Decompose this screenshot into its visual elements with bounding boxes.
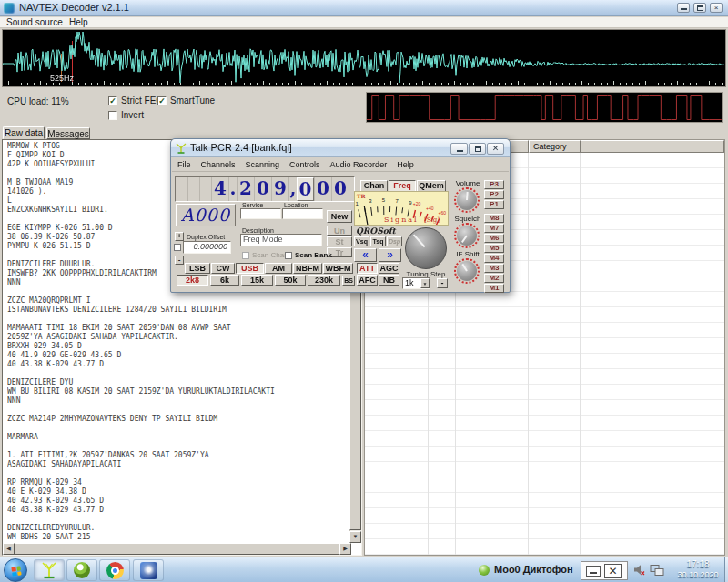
frequency-digit-cell[interactable]: . — [228, 177, 237, 201]
m2-button[interactable]: M2 — [484, 274, 504, 283]
frequency-digit-cell[interactable]: 9 — [271, 177, 288, 201]
talkpcr-close-button[interactable]: ✕ — [487, 143, 504, 155]
frequency-digit-cell[interactable]: 4 — [211, 177, 228, 201]
invert-checkbox[interactable]: Invert — [108, 110, 144, 120]
minimize-button[interactable] — [677, 3, 690, 13]
menu-help[interactable]: Help — [69, 17, 88, 28]
frequency-digit-cell[interactable] — [187, 177, 199, 201]
agc-button[interactable]: AGC — [379, 263, 399, 274]
tsq-button[interactable]: Tsq — [370, 236, 386, 246]
duplex-minus-button[interactable]: - — [175, 256, 184, 265]
talkpcr-minimize-button[interactable] — [450, 143, 468, 155]
m5-button[interactable]: M5 — [484, 244, 504, 253]
show-desktop-button[interactable] — [724, 557, 728, 582]
frequency-digit-cell[interactable] — [199, 177, 211, 201]
tp-menu-channels[interactable]: Channels — [201, 160, 236, 169]
filter-15k-button[interactable]: 15k — [241, 275, 273, 286]
volume-muted-tray-icon[interactable] — [633, 564, 645, 576]
frequency-digit-cell[interactable]: 0 — [331, 177, 349, 201]
st-button[interactable]: St — [327, 236, 352, 246]
frequency-digit-cell[interactable]: 2 — [237, 177, 254, 201]
scroll-right-button[interactable]: ▶ — [339, 543, 351, 555]
tune-down-button[interactable]: « — [354, 248, 377, 262]
nb-button[interactable]: NB — [379, 275, 399, 286]
moo0-tray-icon[interactable] — [479, 565, 490, 576]
tp-menu-help[interactable]: Help — [397, 160, 414, 169]
mode-nbfm-button[interactable]: NBFM — [293, 263, 322, 274]
tuning-step-select[interactable]: 1k ▼ — [402, 277, 430, 289]
afc-button[interactable]: AFC — [357, 275, 378, 286]
mode-cw-button[interactable]: CW — [211, 263, 235, 274]
tp-menu-audio-recorder[interactable]: Audio Recorder — [330, 160, 388, 169]
m3-button[interactable]: M3 — [484, 264, 504, 273]
m7-button[interactable]: M7 — [484, 224, 504, 233]
moo0-close-button[interactable]: ✕ — [604, 564, 622, 578]
m6-button[interactable]: M6 — [484, 234, 504, 243]
moo0-minimize-button[interactable] — [586, 566, 601, 577]
mode-usb-button[interactable]: USB — [236, 263, 264, 274]
att-button[interactable]: ATT — [357, 263, 378, 274]
invert-checkbox-box[interactable] — [108, 111, 117, 120]
vsq-button[interactable]: Vsq — [354, 236, 369, 246]
restore-button[interactable] — [693, 3, 706, 13]
talkpcr-restore-button[interactable] — [469, 143, 486, 155]
service-input[interactable] — [240, 208, 281, 219]
taskbar-item-chrome[interactable] — [99, 559, 130, 581]
m1-button[interactable]: M1 — [484, 284, 504, 293]
mode-wbfm-button[interactable]: WBFM — [323, 263, 353, 274]
tuning-knob[interactable] — [405, 227, 447, 269]
frequency-digit-cell[interactable] — [176, 177, 187, 201]
network-tray-icon[interactable] — [650, 564, 664, 577]
m8-button[interactable]: M8 — [484, 214, 504, 223]
filter-bs-button[interactable]: BS — [342, 276, 355, 286]
duplex-plus-button[interactable]: + — [175, 232, 184, 241]
m4-button[interactable]: M4 — [484, 254, 504, 263]
scroll-down-button[interactable]: ▼ — [349, 531, 361, 543]
strict-fec-checkbox[interactable]: ✓ Strict FEC — [108, 95, 163, 105]
tp-menu-controls[interactable]: Controls — [289, 160, 320, 169]
p3-button[interactable]: P3 — [484, 180, 504, 189]
tp-menu-scanning[interactable]: Scanning — [246, 160, 280, 169]
scan-bank-checkbox[interactable]: Scan Bank — [285, 251, 332, 259]
tab-raw-data[interactable]: Raw data — [3, 126, 45, 139]
menu-sound-source[interactable]: Sound source — [6, 17, 63, 28]
frequency-display[interactable]: 4.209,000 — [175, 176, 355, 202]
smarttune-checkbox-box[interactable]: ✓ — [157, 96, 167, 105]
p1-button[interactable]: P1 — [484, 200, 504, 209]
frequency-digit-cell[interactable]: 0 — [314, 177, 331, 201]
scan-chan-checkbox-box[interactable] — [242, 252, 249, 259]
column-header-blank[interactable] — [581, 140, 724, 153]
mode-am-button[interactable]: AM — [265, 263, 292, 274]
horizontal-scroll-thumb[interactable] — [15, 543, 339, 555]
close-button[interactable]: × — [710, 3, 723, 13]
tp-menu-file[interactable]: File — [177, 160, 191, 169]
taskbar-clock[interactable]: 17:18 30.10.2020 — [672, 559, 724, 581]
column-header-category[interactable]: Category — [529, 140, 581, 153]
squelch-knob[interactable] — [454, 223, 480, 248]
horizontal-scrollbar[interactable]: ◀ ▶ — [3, 543, 351, 555]
new-button[interactable]: New — [327, 210, 352, 223]
taskbar-item-navtex[interactable] — [133, 559, 164, 581]
filter-6k-button[interactable]: 6k — [210, 275, 239, 286]
p2-button[interactable]: P2 — [484, 190, 504, 199]
scan-chan-checkbox[interactable]: Scan Chan — [242, 251, 288, 259]
if-shift-knob[interactable] — [454, 258, 480, 284]
filter-50k-button[interactable]: 50k — [275, 275, 306, 286]
un-button[interactable]: Un — [327, 226, 352, 236]
filter-2k8-button[interactable]: 2k8 — [177, 275, 208, 286]
frequency-digit-cell[interactable]: 0 — [254, 177, 271, 201]
duplex-offset-value[interactable]: 0.000000 — [183, 241, 231, 254]
smarttune-checkbox[interactable]: ✓ SmartTune — [157, 95, 215, 105]
duplex-checkbox[interactable] — [174, 244, 181, 251]
taskbar-item-talkpcr[interactable] — [34, 559, 65, 581]
navtex-titlebar[interactable]: NAVTEX Decoder v2.1.1 × — [0, 0, 728, 16]
strict-fec-checkbox-box[interactable]: ✓ — [108, 96, 117, 105]
talkpcr-titlebar[interactable]: Talk PCR 2.4 [bank.fql] ✕ — [171, 139, 510, 157]
taskbar-item-moo0[interactable] — [66, 559, 97, 581]
spectrum-display[interactable]: 525Hz — [2, 29, 726, 87]
tab-messages[interactable]: Messages — [46, 127, 90, 139]
tuning-step-minus-button[interactable]: - — [437, 278, 448, 288]
scan-bank-checkbox-box[interactable] — [285, 252, 292, 259]
mode-lsb-button[interactable]: LSB — [185, 263, 210, 274]
tune-up-button[interactable]: » — [379, 248, 401, 262]
